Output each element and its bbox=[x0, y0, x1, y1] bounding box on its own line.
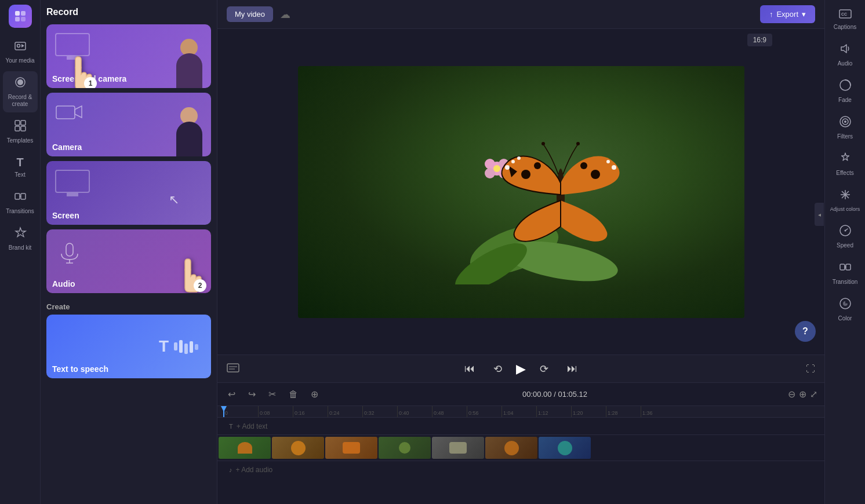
create-card-text-to-speech[interactable]: T Text to speech bbox=[46, 315, 211, 378]
record-card-audio[interactable]: 2 Audio bbox=[46, 229, 211, 293]
sidebar-item-label: Record & create bbox=[5, 94, 35, 108]
svg-point-43 bbox=[576, 142, 580, 145]
thumb-bird[interactable] bbox=[272, 437, 324, 459]
butterfly-video bbox=[298, 66, 744, 318]
fast-forward-button[interactable]: ⟳ bbox=[535, 360, 553, 378]
fit-timeline-button[interactable]: ⤢ bbox=[810, 389, 817, 400]
time-current: 00:00.00 bbox=[522, 390, 552, 399]
record-card-camera[interactable]: Camera bbox=[46, 93, 211, 156]
right-sidebar-item-color[interactable]: Color bbox=[828, 293, 863, 327]
svg-rect-0 bbox=[15, 11, 20, 16]
right-sidebar-label: Fade bbox=[838, 97, 852, 104]
transition-icon bbox=[839, 261, 852, 276]
captions-icon: CC bbox=[839, 9, 852, 21]
skip-to-end-button[interactable]: ⏭ bbox=[562, 360, 582, 377]
svg-point-42 bbox=[541, 142, 545, 145]
thumb-horse[interactable] bbox=[432, 437, 484, 459]
zoom-in-button[interactable]: ⊕ bbox=[799, 389, 806, 400]
svg-rect-60 bbox=[846, 264, 851, 270]
right-sidebar-item-fade[interactable]: Fade bbox=[828, 74, 863, 108]
export-label: Export bbox=[776, 10, 798, 19]
sidebar-item-templates[interactable]: Templates bbox=[3, 115, 38, 149]
ruler-mark-16: 0:16 bbox=[293, 406, 305, 417]
tab-my-video[interactable]: My video bbox=[227, 6, 273, 22]
right-sidebar-item-transition[interactable]: Transition bbox=[828, 256, 863, 290]
hand-cursor-2: 2 bbox=[173, 256, 208, 293]
right-sidebar-label: Speed bbox=[837, 242, 853, 249]
butterfly-illustration bbox=[445, 99, 642, 284]
card-label: Text to speech bbox=[52, 364, 108, 374]
add-audio-track[interactable]: ♪ + Add audio bbox=[217, 461, 824, 479]
cloud-save-icon: ☁ bbox=[280, 8, 290, 21]
zoom-out-button[interactable]: ⊖ bbox=[788, 389, 795, 400]
undo-button[interactable]: ↩ bbox=[224, 388, 239, 401]
audio-track-icon: ♪ bbox=[229, 466, 232, 473]
sidebar-item-brand-kit[interactable]: Brand kit bbox=[3, 222, 38, 256]
record-card-screen[interactable]: ↖ Screen bbox=[46, 161, 211, 225]
thumb-deer[interactable] bbox=[485, 437, 537, 459]
export-icon: ↑ bbox=[769, 10, 773, 19]
sidebar-item-text[interactable]: T Text bbox=[3, 151, 38, 183]
record-icon bbox=[14, 76, 27, 92]
fade-icon bbox=[839, 79, 852, 94]
sidebar-item-record-create[interactable]: Record & create bbox=[3, 71, 38, 112]
right-sidebar-item-captions[interactable]: CC Captions bbox=[828, 5, 863, 35]
audio-icon bbox=[839, 42, 852, 58]
fullscreen-button[interactable]: ⛶ bbox=[806, 364, 815, 374]
color-icon bbox=[839, 297, 852, 313]
export-button[interactable]: ↑ Export ▾ bbox=[760, 5, 815, 23]
delete-button[interactable]: 🗑 bbox=[285, 388, 301, 401]
svg-rect-11 bbox=[21, 126, 26, 131]
right-sidebar-item-filters[interactable]: Filters bbox=[828, 111, 863, 145]
right-sidebar-label: Effects bbox=[836, 170, 853, 177]
right-sidebar-item-speed[interactable]: Speed bbox=[828, 220, 863, 254]
svg-point-6 bbox=[17, 79, 23, 85]
record-card-screen-and-camera[interactable]: Screen and camera 1 bbox=[46, 24, 211, 88]
sidebar-item-transitions[interactable]: Transitions bbox=[3, 185, 38, 220]
ruler-mark-48: 0:48 bbox=[432, 406, 444, 417]
sidebar-item-label: Transitions bbox=[6, 208, 34, 215]
right-sidebar-item-adjust-colors[interactable]: Adjust colors bbox=[828, 184, 863, 217]
templates-icon bbox=[14, 119, 27, 135]
sidebar-item-your-media[interactable]: Your media bbox=[3, 35, 38, 69]
filters-icon bbox=[839, 115, 852, 131]
captions-toggle-button[interactable] bbox=[227, 363, 239, 375]
add-text-track[interactable]: T + Add text bbox=[217, 418, 824, 435]
text-icon: T bbox=[16, 156, 23, 169]
collapse-right-panel-button[interactable]: ◂ bbox=[815, 203, 824, 226]
svg-rect-15 bbox=[66, 243, 73, 256]
cursor-badge-2: 2 bbox=[194, 279, 206, 292]
thumb-tiger[interactable] bbox=[325, 437, 377, 459]
rewind-button[interactable]: ⟲ bbox=[489, 360, 507, 378]
ruler-mark-24: 0:24 bbox=[328, 406, 340, 417]
svg-rect-19 bbox=[179, 340, 183, 353]
main-content: My video ☁ ↑ Export ▾ 16:9 bbox=[217, 0, 824, 504]
speed-icon bbox=[839, 224, 852, 240]
right-sidebar-item-effects[interactable]: Effects bbox=[828, 147, 863, 181]
svg-rect-8 bbox=[15, 120, 20, 125]
svg-rect-1 bbox=[21, 11, 26, 16]
left-sidebar: Your media Record & create Templates T T… bbox=[0, 0, 41, 504]
svg-rect-44 bbox=[227, 364, 239, 372]
redo-button[interactable]: ↪ bbox=[245, 388, 259, 401]
record-panel: Record Screen and camera 1 bbox=[41, 0, 217, 504]
svg-point-40 bbox=[612, 165, 616, 170]
svg-rect-59 bbox=[840, 264, 845, 270]
cut-button[interactable]: ✂ bbox=[265, 388, 279, 401]
playhead[interactable] bbox=[223, 406, 224, 417]
thumb-parrot[interactable] bbox=[539, 437, 591, 459]
thumb-insect[interactable] bbox=[379, 437, 431, 459]
svg-point-58 bbox=[844, 229, 846, 231]
copy-button[interactable]: ⊕ bbox=[307, 388, 322, 401]
skip-to-start-button[interactable]: ⏮ bbox=[460, 360, 479, 377]
panel-title: Record bbox=[46, 7, 211, 17]
add-text-label: + Add text bbox=[237, 422, 268, 430]
help-button[interactable]: ? bbox=[795, 321, 816, 342]
video-track-content[interactable] bbox=[217, 435, 824, 461]
thumb-butterfly[interactable] bbox=[219, 437, 271, 459]
right-sidebar-item-audio[interactable]: Audio bbox=[828, 38, 863, 72]
app-logo[interactable] bbox=[9, 5, 32, 28]
svg-point-36 bbox=[511, 160, 515, 163]
transitions-icon bbox=[14, 190, 27, 206]
play-button[interactable]: ▶ bbox=[516, 361, 526, 377]
